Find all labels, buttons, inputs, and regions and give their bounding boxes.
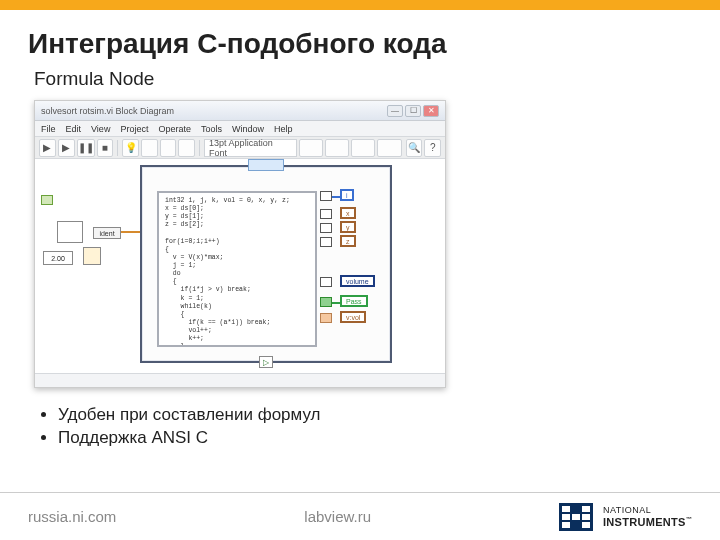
window-title-text: solvesort rotsim.vi Block Diagram xyxy=(41,106,174,116)
window-titlebar[interactable]: solvesort rotsim.vi Block Diagram — ☐ ✕ xyxy=(35,101,445,121)
run-icon: ▶ xyxy=(43,142,51,153)
out-z-label: z xyxy=(340,235,356,247)
font-label: 13pt Application Font xyxy=(209,138,292,158)
toolbar-sep-2 xyxy=(199,140,200,156)
toolbar: ▶ ▶ ❚❚ ■ 💡 13pt Application Font 🔍 ? xyxy=(35,137,445,159)
loop-tunnel[interactable] xyxy=(248,159,284,171)
screenshot-window: solvesort rotsim.vi Block Diagram — ☐ ✕ … xyxy=(34,100,446,388)
pause-button[interactable]: ❚❚ xyxy=(77,139,95,157)
reorder-button[interactable] xyxy=(377,139,401,157)
maximize-icon: ☐ xyxy=(410,106,417,115)
wire xyxy=(332,196,340,198)
search-button[interactable]: 🔍 xyxy=(406,139,423,157)
out-volume-label: volume xyxy=(340,275,375,287)
maximize-button[interactable]: ☐ xyxy=(405,105,421,117)
search-icon: 🔍 xyxy=(408,142,420,153)
slide-subtitle: Formula Node xyxy=(0,66,720,100)
slide-title: Интеграция С-подобного кода xyxy=(0,10,720,66)
ident-node[interactable]: ident xyxy=(93,227,121,239)
menu-bar: File Edit View Project Operate Tools Win… xyxy=(35,121,445,137)
minimize-button[interactable]: — xyxy=(387,105,403,117)
block-diagram-canvas[interactable]: ident 2.00 int32 i, j, k, vol = 0, x, y,… xyxy=(35,159,445,373)
stop-icon: ■ xyxy=(102,142,108,153)
stop-button[interactable]: ■ xyxy=(97,139,114,157)
out-x-label: x xyxy=(340,207,356,219)
bullet-1: Удобен при составлении формул xyxy=(58,405,676,425)
bullet-list: Удобен при составлении формул Поддержка … xyxy=(0,388,720,465)
menu-edit[interactable]: Edit xyxy=(66,124,82,134)
wire xyxy=(121,231,140,233)
out-i-term[interactable] xyxy=(320,191,332,201)
toolbar-sep xyxy=(117,140,118,156)
step-out-button[interactable] xyxy=(178,139,195,157)
const-value: 2.00 xyxy=(51,255,65,262)
out-y-label: y xyxy=(340,221,356,233)
help-icon: ? xyxy=(430,142,436,153)
bullet-2: Поддержка ANSI C xyxy=(58,428,676,448)
footer: russia.ni.com labview.ru NATIONAL INSTRU… xyxy=(0,492,720,540)
minimize-icon: — xyxy=(391,106,399,115)
subvi-node[interactable] xyxy=(83,247,101,265)
ni-logo-text: NATIONAL INSTRUMENTS™ xyxy=(603,506,692,528)
close-button[interactable]: ✕ xyxy=(423,105,439,117)
out-volume-term[interactable] xyxy=(320,277,332,287)
out-y-term[interactable] xyxy=(320,223,332,233)
out-vol-term[interactable] xyxy=(320,313,332,323)
out-x-term[interactable] xyxy=(320,209,332,219)
pause-icon: ❚❚ xyxy=(78,142,94,153)
for-loop-structure[interactable]: int32 i, j, k, vol = 0, x, y, z; x = ds[… xyxy=(140,165,392,363)
close-icon: ✕ xyxy=(428,106,435,115)
loop-iteration-terminal[interactable]: ▷ xyxy=(259,356,273,368)
menu-tools[interactable]: Tools xyxy=(201,124,222,134)
run-button[interactable]: ▶ xyxy=(39,139,56,157)
menu-file[interactable]: File xyxy=(41,124,56,134)
ni-logo: NATIONAL INSTRUMENTS™ xyxy=(559,503,692,531)
bulb-icon: 💡 xyxy=(125,142,137,153)
menu-window[interactable]: Window xyxy=(232,124,264,134)
status-bar xyxy=(35,373,445,387)
align-button[interactable] xyxy=(299,139,323,157)
footer-left-link[interactable]: russia.ni.com xyxy=(28,508,116,525)
out-z-term[interactable] xyxy=(320,237,332,247)
formula-node[interactable]: int32 i, j, k, vol = 0, x, y, z; x = ds[… xyxy=(157,191,317,347)
highlight-button[interactable]: 💡 xyxy=(122,139,139,157)
ident-label: ident xyxy=(99,230,114,237)
wire xyxy=(332,302,340,304)
numeric-constant[interactable]: 2.00 xyxy=(43,251,73,265)
ni-logo-mark xyxy=(559,503,593,531)
menu-project[interactable]: Project xyxy=(120,124,148,134)
menu-help[interactable]: Help xyxy=(274,124,293,134)
menu-operate[interactable]: Operate xyxy=(158,124,191,134)
out-i-label: i xyxy=(340,189,354,201)
out-vol-label: v:vol xyxy=(340,311,366,323)
formula-code: int32 i, j, k, vol = 0, x, y, z; x = ds[… xyxy=(165,197,290,347)
play-icon: ▷ xyxy=(263,358,269,367)
menu-view[interactable]: View xyxy=(91,124,110,134)
run-cont-button[interactable]: ▶ xyxy=(58,139,75,157)
font-selector[interactable]: 13pt Application Font xyxy=(204,139,297,157)
distribute-button[interactable] xyxy=(325,139,349,157)
input-terminal-1[interactable] xyxy=(41,195,53,205)
help-button[interactable]: ? xyxy=(424,139,441,157)
accent-bar xyxy=(0,0,720,10)
array-control[interactable] xyxy=(57,221,83,243)
out-pass-label: Pass xyxy=(340,295,368,307)
step-button[interactable] xyxy=(141,139,158,157)
step-over-button[interactable] xyxy=(160,139,177,157)
footer-center-link[interactable]: labview.ru xyxy=(116,508,559,525)
out-pass-term[interactable] xyxy=(320,297,332,307)
resize-button[interactable] xyxy=(351,139,375,157)
run-cont-icon: ▶ xyxy=(62,142,70,153)
